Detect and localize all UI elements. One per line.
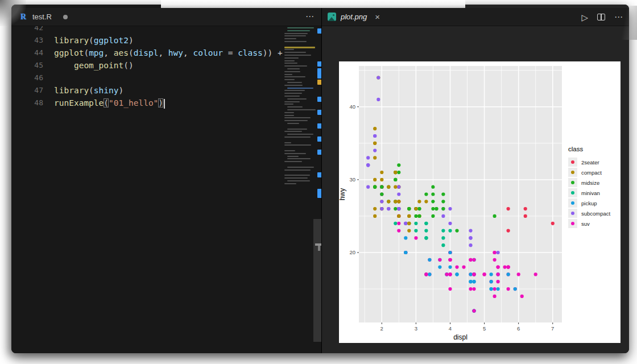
shadow-top-right (620, 6, 637, 40)
editor-pane: 4243library(ggplot2)44ggplot(mpg, aes(di… (11, 5, 321, 353)
right-tabbar: plot.png × ▷ ⋯ (322, 8, 629, 26)
svg-text:4: 4 (449, 325, 452, 332)
code-line[interactable]: 47library(shiny) (11, 84, 283, 97)
close-tab-icon[interactable]: × (375, 12, 380, 22)
tab-plot-png[interactable]: plot.png × (322, 8, 386, 26)
legend-title: class (568, 146, 621, 152)
legend-entry: pickup (568, 198, 621, 208)
svg-text:hwy: hwy (339, 188, 346, 200)
svg-text:40: 40 (349, 104, 355, 110)
unsaved-changes-dot[interactable] (63, 15, 68, 19)
code-line[interactable]: 44ggplot(mpg, aes(displ, hwy, colour = c… (11, 47, 283, 59)
shadow-top-left (0, 0, 26, 26)
legend-entry: suv (568, 218, 621, 229)
screenshot-page: 4243library(ggplot2)44ggplot(mpg, aes(di… (0, 0, 637, 364)
run-icon[interactable]: ▷ (581, 13, 588, 22)
plot-png-image[interactable]: 234567203040displhwy class 2seatercompac… (339, 61, 621, 343)
code-line[interactable]: 46 (11, 72, 283, 84)
legend-entry: 2seater (568, 157, 621, 167)
legend-entry: subcompact (568, 208, 621, 218)
legend-entry: minivan (568, 188, 621, 198)
editor-actions: ▷ ⋯ (581, 8, 623, 26)
svg-text:6: 6 (517, 325, 520, 332)
plot-legend: class 2seatercompactmidsizeminivanpickup… (568, 146, 621, 229)
image-file-icon (328, 13, 336, 21)
left-tabbar: R test.R ⋯ (11, 8, 321, 26)
svg-text:displ: displ (453, 333, 468, 341)
code-line[interactable]: 48runExample("01_hello") (11, 97, 283, 109)
code-line[interactable]: 45 geom_point() (11, 59, 283, 72)
minimap[interactable] (284, 27, 315, 189)
svg-text:20: 20 (349, 249, 355, 255)
app-window: 4243library(ggplot2)44ggplot(mpg, aes(di… (11, 5, 629, 353)
code-editor[interactable]: 4243library(ggplot2)44ggplot(mpg, aes(di… (11, 22, 283, 340)
tab-title: plot.png (341, 13, 367, 21)
legend-entry: compact (568, 167, 621, 177)
left-more-actions-icon[interactable]: ⋯ (305, 8, 315, 26)
svg-text:2: 2 (380, 325, 383, 332)
background-window-strip (161, 0, 465, 8)
svg-text:3: 3 (415, 325, 417, 332)
split-editor-icon[interactable] (597, 14, 605, 20)
svg-text:5: 5 (483, 325, 486, 332)
svg-text:7: 7 (551, 325, 554, 332)
text-cursor (164, 99, 165, 109)
code-line[interactable]: 43library(ggplot2) (11, 34, 283, 47)
svg-text:30: 30 (349, 176, 355, 183)
tab-title: test.R (32, 13, 52, 21)
legend-entry: midsize (568, 177, 621, 188)
preview-pane: plot.png × ▷ ⋯ 234567203040displhwy clas… (321, 5, 629, 353)
